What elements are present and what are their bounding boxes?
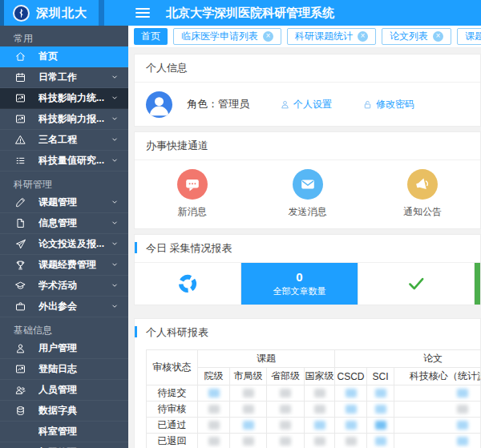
sidebar-item-home[interactable]: 首页 (0, 46, 128, 67)
sidebar-item-label: 人员管理 (38, 383, 128, 397)
table-cell-blurred-value[interactable] (198, 418, 230, 434)
role-label: 角色： (187, 98, 218, 110)
file-icon (14, 217, 26, 230)
personal-settings-link[interactable]: 个人设置 (280, 98, 332, 111)
sidebar-item-info-mgmt[interactable]: 信息管理 (0, 213, 128, 234)
megaphone-icon (407, 169, 438, 200)
tab-label: 论文列表 (390, 30, 428, 43)
sidebar-item-label: 登陆日志 (38, 362, 128, 376)
tab-label: 首页 (141, 30, 160, 43)
table-cell-blurred-value[interactable] (335, 418, 367, 434)
table-cell-blurred-value[interactable] (367, 434, 394, 448)
table-cell-blurred-value[interactable] (305, 418, 335, 434)
row-status-label: 已退回 (147, 434, 198, 448)
sidebar-item-academic-activity[interactable]: 学术活动 (0, 276, 128, 297)
tab-paper-list[interactable]: 论文列表× (382, 28, 451, 45)
sidebar-item-tech-influence-stats[interactable]: 科技影响力统... (0, 88, 128, 109)
role-text: 角色：管理员 (187, 97, 249, 111)
table-cell-blurred-value[interactable] (230, 418, 267, 434)
tab-project-fee-report[interactable]: 课题费用报表× (457, 28, 481, 45)
table-cell-blurred-value[interactable] (394, 418, 481, 434)
sidebar-item-label: 用户管理 (38, 341, 128, 355)
sidebar-item-project-funds-mgmt[interactable]: 课题经费管理 (0, 255, 128, 276)
blurred-value (280, 389, 291, 398)
table-cell-blurred-value[interactable] (335, 385, 367, 402)
sidebar-item-daily-work[interactable]: 日常工作 (0, 67, 128, 88)
quick-channels-title: 办事快捷通道 (135, 132, 480, 160)
menu-toggle-icon[interactable] (135, 6, 150, 20)
close-icon[interactable]: × (358, 31, 368, 42)
table-cell-blurred-value[interactable] (367, 418, 394, 434)
change-password-link[interactable]: 修改密码 (362, 98, 414, 111)
table-cell-blurred-value[interactable] (230, 434, 267, 448)
quick-channel-new-message[interactable]: 新消息 (135, 169, 250, 219)
tab-clinical-apply-list[interactable]: 临床医学申请列表× (173, 28, 281, 45)
table-cell-blurred-value[interactable] (335, 402, 367, 418)
sidebar-item-personnel-mgmt[interactable]: 人员管理 (0, 380, 128, 401)
top-bar: 深圳北大 北京大学深圳医院科研管理系统 (0, 0, 481, 26)
mail-icon (293, 169, 323, 200)
sidebar-item-label: 科技量值研究... (38, 154, 111, 167)
sidebar-item-label: 科技影响力统... (38, 91, 111, 105)
table-cell-blurred-value[interactable] (198, 402, 230, 418)
card-personal-report: 个人科研报表 审核状态课题论文院级市局级省部级国家级CSCDSCI科技核心（统计… (134, 318, 481, 448)
quick-channel-send-message[interactable]: 发送消息 (250, 169, 366, 219)
today-report-title: 今日 采集情况报表 (146, 242, 232, 254)
table-cell-blurred-value[interactable] (305, 385, 335, 402)
sidebar-item-data-dict[interactable]: 数据字典 (0, 401, 128, 422)
tab-home[interactable]: 首页 (134, 28, 168, 45)
table-cell-blurred-value[interactable] (394, 385, 481, 402)
blurred-value (243, 405, 254, 414)
table-cell-blurred-value[interactable] (198, 434, 230, 448)
table-cell-blurred-value[interactable] (305, 402, 335, 418)
table-cell-blurred-value[interactable] (305, 434, 335, 448)
table-cell-blurred-value[interactable] (367, 385, 394, 402)
sidebar-item-project-mgmt[interactable]: 课题管理 (0, 192, 128, 213)
table-cell-blurred-value[interactable] (335, 434, 367, 448)
stat-tile-check[interactable] (358, 263, 474, 305)
table-cell-blurred-value[interactable] (267, 418, 305, 434)
role-value: 管理员 (218, 98, 249, 110)
close-icon[interactable]: × (433, 31, 443, 42)
sidebar-item-user-mgmt[interactable]: 用户管理 (0, 338, 128, 359)
blurred-value (375, 437, 386, 446)
sidebar-item-login-log[interactable]: 登陆日志 (0, 359, 128, 380)
sidebar-item-department-mgmt[interactable]: 科室管理 (0, 422, 128, 442)
sidebar: 常用首页日常工作科技影响力统...科技影响力报...三名工程科技量值研究...科… (0, 26, 128, 448)
close-icon[interactable]: × (263, 31, 273, 42)
table-cell-blurred-value[interactable] (198, 385, 230, 402)
chart-icon (14, 92, 26, 105)
table-cell-blurred-value[interactable] (394, 434, 481, 448)
sidebar-item-label: 三名工程 (38, 133, 111, 147)
blurred-value (375, 421, 386, 430)
table-cell-blurred-value[interactable] (230, 385, 267, 402)
blurred-value (346, 405, 357, 414)
stat-tile-article-count[interactable]: 0 全部文章数量 (240, 263, 358, 305)
users-icon (14, 384, 26, 397)
sidebar-item-outgoing-meeting[interactable]: 外出参会 (0, 297, 128, 317)
avatar[interactable] (146, 91, 172, 118)
table-group-header: 课题 (198, 350, 335, 368)
blurred-value (243, 437, 254, 446)
table-cell-blurred-value[interactable] (267, 385, 305, 402)
blurred-value (243, 389, 254, 398)
table-group-header: 论文 (335, 350, 481, 368)
sidebar-item-tech-value-research[interactable]: 科技量值研究... (0, 151, 128, 172)
sidebar-item-paper-submit-report[interactable]: 论文投送及报... (0, 234, 128, 255)
sidebar-section-header: 科研管理 (0, 172, 128, 192)
quick-channel-notice[interactable]: 通知公告 (365, 169, 480, 219)
table-cell-blurred-value[interactable] (267, 434, 305, 448)
sidebar-item-permission-mgmt[interactable]: 权限管理 (0, 442, 128, 448)
check-icon (406, 273, 426, 294)
sidebar-item-label: 论文投送及报... (38, 237, 111, 251)
tab-project-stats[interactable]: 科研课题统计× (287, 28, 376, 45)
blurred-value (280, 405, 291, 414)
sidebar-item-three-famous-project[interactable]: 三名工程 (0, 130, 128, 151)
stat-tile-green[interactable] (474, 263, 480, 305)
sidebar-item-tech-influence-report[interactable]: 科技影响力报... (0, 109, 128, 130)
table-cell-blurred-value[interactable] (230, 402, 267, 418)
table-cell-blurred-value[interactable] (367, 402, 394, 418)
table-cell-blurred-value[interactable] (267, 402, 305, 418)
stat-tile-donut[interactable] (135, 263, 240, 305)
table-cell-blurred-value[interactable] (394, 402, 481, 418)
